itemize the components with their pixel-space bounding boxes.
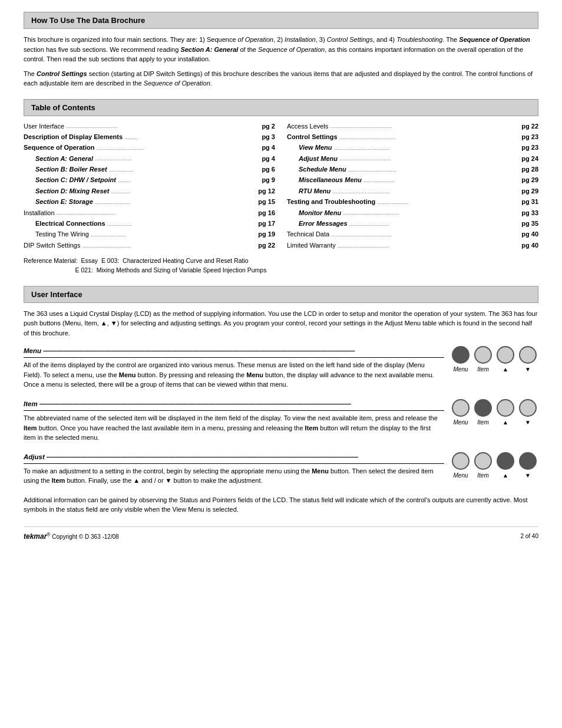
page-container: How To Use The Data Brochure This brochu… xyxy=(24,12,538,541)
toc-row: Section A: General......................… xyxy=(24,154,275,163)
adjust-body: To make an adjustment to a setting in th… xyxy=(24,466,444,486)
menu-button[interactable] xyxy=(452,452,470,470)
item-label: Item xyxy=(474,472,492,479)
toc-right-col: Access Levels...........................… xyxy=(287,122,538,252)
menu-label: Menu xyxy=(452,366,470,373)
adjust-subsection: Adjust —————————————————————————————————… xyxy=(24,452,538,486)
toc-row: Testing and Troubleshooting.............… xyxy=(287,197,538,206)
menu-label: Menu xyxy=(452,419,470,426)
button-labels: Menu Item ▲ ▼ xyxy=(452,472,537,479)
item-diagram: Menu Item ▲ ▼ xyxy=(444,399,538,426)
item-label: Item xyxy=(474,366,492,373)
footer-brand: tekmar® Copyright © D 363 -12/08 xyxy=(24,532,119,541)
item-button[interactable] xyxy=(474,399,492,417)
item-button[interactable] xyxy=(474,452,492,470)
footer-page: 2 of 40 xyxy=(520,533,538,539)
menu-button[interactable] xyxy=(452,346,470,364)
button-labels: Menu Item ▲ ▼ xyxy=(452,419,537,426)
toc-row: Monitor Menu............................… xyxy=(287,209,538,218)
toc-row: Technical Data..........................… xyxy=(287,230,538,239)
menu-title: Menu ———————————————————————————————————… xyxy=(24,346,444,358)
up-button[interactable] xyxy=(497,452,514,470)
how-to-use-para1: This brochure is organized into four mai… xyxy=(24,35,538,64)
footer-copyright: Copyright © D 363 -12/08 xyxy=(52,533,119,540)
toc-row: User Interface..........................… xyxy=(24,122,275,131)
toc-row: Sequence of Operation...................… xyxy=(24,143,275,152)
ui-intro-text: The 363 uses a Liquid Crystal Display (L… xyxy=(24,309,538,338)
button-row xyxy=(452,399,537,417)
how-to-use-section: How To Use The Data Brochure This brochu… xyxy=(24,12,538,88)
up-label: ▲ xyxy=(497,419,514,426)
button-labels: Menu Item ▲ ▼ xyxy=(452,366,537,373)
item-body: The abbreviated name of the selected ite… xyxy=(24,413,444,443)
toc-row: Error Messages..........................… xyxy=(287,219,538,228)
down-label: ▼ xyxy=(519,419,537,426)
down-label: ▼ xyxy=(519,366,537,373)
toc-row: RTU Menu................................… xyxy=(287,187,538,196)
up-button[interactable] xyxy=(497,399,514,417)
toc-row: Access Levels...........................… xyxy=(287,122,538,131)
toc-row: Section E: Storage......................… xyxy=(24,197,275,206)
menu-subsection: Menu ———————————————————————————————————… xyxy=(24,346,538,390)
toc-row: Testing The Wiring......................… xyxy=(24,230,275,239)
up-button[interactable] xyxy=(497,346,514,364)
menu-label: Menu xyxy=(452,472,470,479)
item-subsection: Item ———————————————————————————————————… xyxy=(24,399,538,443)
toc-row: Miscellaneous Menu.....................p… xyxy=(287,176,538,185)
menu-body: All of the items displayed by the contro… xyxy=(24,360,444,390)
toc-row: Section D: Mixing Reset.............pg 1… xyxy=(24,187,275,196)
item-label: Item xyxy=(474,419,492,426)
page-footer: tekmar® Copyright © D 363 -12/08 2 of 40 xyxy=(24,526,538,541)
item-text: Item ———————————————————————————————————… xyxy=(24,399,444,443)
toc-row: View Menu...............................… xyxy=(287,143,538,152)
toc-row: Section C: DHW / Setpoint.........pg 9 xyxy=(24,176,275,185)
up-label: ▲ xyxy=(497,472,514,479)
toc-row: Adjust Menu.............................… xyxy=(287,154,538,163)
toc-row: Section B: Boiler Reset.................… xyxy=(24,165,275,174)
toc-section: Table of Contents User Interface........… xyxy=(24,99,538,275)
button-row xyxy=(452,452,537,470)
down-button[interactable] xyxy=(519,346,537,364)
down-label: ▼ xyxy=(519,472,537,479)
menu-button[interactable] xyxy=(452,399,470,417)
up-label: ▲ xyxy=(497,366,514,373)
item-title: Item ———————————————————————————————————… xyxy=(24,399,444,411)
toc-row: Schedule Menu...........................… xyxy=(287,165,538,174)
toc-left-col: User Interface..........................… xyxy=(24,122,275,252)
adjust-text: Adjust —————————————————————————————————… xyxy=(24,452,444,486)
toc-row: Description of Display Elements.........… xyxy=(24,133,275,141)
reference-material: Reference Material: Essay E 003: Charact… xyxy=(24,256,538,275)
toc-row: Installation............................… xyxy=(24,209,275,218)
button-row xyxy=(452,346,537,364)
toc-row: Electrical Connections.................p… xyxy=(24,219,275,228)
how-to-use-header: How To Use The Data Brochure xyxy=(24,12,538,29)
menu-text: Menu ———————————————————————————————————… xyxy=(24,346,444,390)
user-interface-section: User Interface The 363 uses a Liquid Cry… xyxy=(24,286,538,515)
toc-row: DIP Switch Settings.....................… xyxy=(24,241,275,250)
adjust-diagram: Menu Item ▲ ▼ xyxy=(444,452,538,479)
how-to-use-para2: The Control Settings section (starting a… xyxy=(24,69,538,88)
down-button[interactable] xyxy=(519,399,537,417)
adjust-title: Adjust —————————————————————————————————… xyxy=(24,452,444,464)
toc-container: User Interface..........................… xyxy=(24,122,538,252)
item-button[interactable] xyxy=(474,346,492,364)
menu-diagram: Menu Item ▲ ▼ xyxy=(444,346,538,373)
additional-text: Additional information can be gained by … xyxy=(24,495,538,515)
down-button[interactable] xyxy=(519,452,537,470)
user-interface-header: User Interface xyxy=(24,286,538,303)
toc-row: Limited Warranty........................… xyxy=(287,241,538,250)
toc-row: Control Settings........................… xyxy=(287,133,538,141)
toc-header: Table of Contents xyxy=(24,99,538,116)
